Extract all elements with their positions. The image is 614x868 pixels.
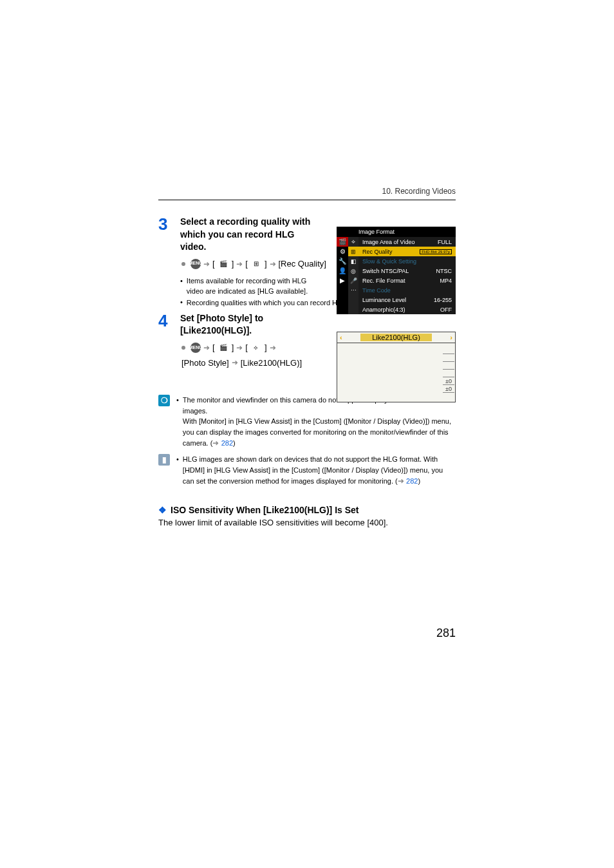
step-number: 4 (158, 312, 172, 329)
callout-2-text: HLG images are shown dark on devices tha… (183, 454, 456, 487)
menu-row-label: Anamorphic(4:3) (362, 307, 405, 313)
menu-row-label: Switch NTSC/PAL (362, 268, 409, 274)
user-tab-icon: 👤 (337, 266, 348, 276)
menu-row: Rec. File FormatMP4 (358, 276, 456, 285)
menu-row-label: Image Area of Video (362, 239, 414, 245)
step-4-heading: Set [Photo Style] to [Like2100(HLG)]. (180, 312, 322, 337)
sub-icon: ⟡ (348, 237, 358, 247)
arrow-icon: ➜ (236, 258, 243, 270)
divider (158, 200, 456, 200)
bullet-icon (180, 297, 183, 308)
step-4-menu-path: MENU ➜ [ 🎬 ] ➜ [ ⟡ ] ➜ [Photo Style] ➜ [… (181, 341, 323, 369)
wrench-tab-icon: 🔧 (337, 256, 348, 266)
spacer (348, 295, 358, 305)
callout-info: ❍ The monitor and viewfinder on this cam… (158, 395, 456, 449)
bracket: ] (265, 258, 267, 270)
step-3-heading: Select a recording quality with which yo… (180, 216, 322, 254)
chapter-header: 10. Recording Videos (158, 187, 456, 196)
preview-param (443, 354, 454, 362)
video-icon: 🎬 (218, 343, 229, 352)
note-text: Items available for recording with HLG v… (187, 276, 322, 296)
path-end: [Rec Quality] (279, 258, 326, 270)
sub-icon-active: ⊞ (348, 247, 358, 256)
page-link-282[interactable]: 282 (221, 439, 233, 447)
menu-row: Switch NTSC/PALNTSC (358, 266, 456, 276)
bracket: [ (245, 258, 248, 270)
callout-note: ▮ HLG images are shown dark on devices t… (158, 454, 456, 487)
bullet-icon (176, 395, 179, 449)
spacer (337, 295, 348, 305)
callout-line: ) (418, 477, 420, 485)
bracket: ] (232, 341, 234, 354)
sub-icon: ◎ (348, 266, 358, 276)
gear-tab-icon: ⚙ (337, 247, 348, 256)
path-end: [Like2100(HLG)] (241, 357, 302, 370)
format-icon: ⊞ (250, 259, 262, 269)
diamond-icon: ❖ (158, 505, 167, 515)
menu-row-value: FHD 8bit 29.97p (420, 249, 452, 254)
menu-title: Image Format (337, 227, 456, 237)
menu-row: Luminance Level16-255 (358, 295, 456, 305)
menu-row-label: Rec Quality (362, 249, 393, 255)
preview-param: ±0 (443, 377, 454, 385)
page-link-282[interactable]: 282 (406, 477, 418, 485)
photo-style-preview: ‹ Like2100(HLG) › ±0±0 (337, 332, 456, 402)
preview-label: Like2100(HLG) (360, 334, 432, 341)
bracket: ] (265, 341, 267, 354)
bracket: ] (232, 258, 234, 270)
chevron-left-icon: ‹ (340, 334, 342, 341)
menu-row-label: Slow & Quick Setting (362, 258, 416, 265)
arrow-icon: ➜ (232, 357, 238, 368)
spacer (337, 285, 348, 295)
menu-row-value: 16-255 (434, 297, 452, 303)
menu-row: Rec QualityFHD 8bit 29.97p (358, 247, 456, 256)
bullet-icon (180, 276, 183, 296)
preview-param (443, 362, 454, 370)
arrow-icon: ➜ (212, 439, 221, 448)
menu-tab-icons: 🎬 ⚙ 🔧 👤 ▶ (337, 237, 348, 314)
iso-section-title: ❖ ISO Sensitivity When [Like2100(HLG)] I… (158, 505, 456, 515)
menu-row-label: Rec. File Format (362, 278, 405, 284)
callout-line: ) (233, 439, 236, 447)
callout-1-text: The monitor and viewfinder on this camer… (183, 395, 456, 449)
page-number: 281 (436, 627, 456, 640)
bracket: [ (212, 258, 215, 270)
note-icon: ▮ (158, 454, 170, 466)
arrow-icon: ➜ (398, 476, 406, 486)
preview-param (443, 370, 454, 377)
camera-menu-screenshot: Image Format 🎬 ⚙ 🔧 👤 ▶ ⟡ ⊞ ◧ ◎ 🎤 ⋯ Image… (337, 227, 456, 314)
menu-row: Time Code (358, 285, 456, 295)
spacer (348, 305, 358, 314)
video-icon: 🎬 (218, 259, 229, 269)
arrow-icon: ➜ (270, 258, 276, 270)
iso-title-text: ISO Sensitivity When [Like2100(HLG)] Is … (171, 505, 359, 515)
menu-row: Slow & Quick Setting (358, 256, 456, 266)
menu-row-value: NTSC (436, 268, 452, 274)
menu-row: Anamorphic(4:3)OFF (358, 305, 456, 314)
menu-list: Image Area of VideoFULLRec QualityFHD 8b… (358, 237, 456, 314)
menu-row-label: Luminance Level (362, 297, 406, 303)
menu-set-icon: MENU (191, 259, 201, 269)
quality-icon: ⟡ (250, 343, 262, 352)
arrow-icon: ➜ (270, 342, 276, 354)
menu-row-label: Time Code (362, 287, 391, 294)
bullet-icon (181, 262, 185, 266)
sub-icon: ◧ (348, 256, 358, 266)
menu-row-value: OFF (440, 307, 452, 313)
bracket: [ (212, 341, 215, 354)
sub-icon: ⋯ (348, 285, 358, 295)
info-icon: ❍ (158, 395, 170, 406)
bullet-icon (176, 454, 179, 487)
path-mid: [Photo Style] (181, 357, 229, 370)
bracket: [ (245, 341, 248, 354)
bullet-icon (181, 346, 185, 350)
menu-row-value: MP4 (440, 278, 452, 284)
play-tab-icon: ▶ (337, 276, 348, 285)
menu-row-value: FULL (438, 239, 452, 245)
preview-param (443, 346, 454, 354)
spacer (337, 305, 348, 314)
preview-side-icons: ±0±0 (443, 346, 454, 393)
preview-param: ±0 (443, 385, 454, 393)
iso-body: The lower limit of available ISO sensiti… (158, 518, 456, 527)
arrow-icon: ➜ (203, 258, 210, 270)
